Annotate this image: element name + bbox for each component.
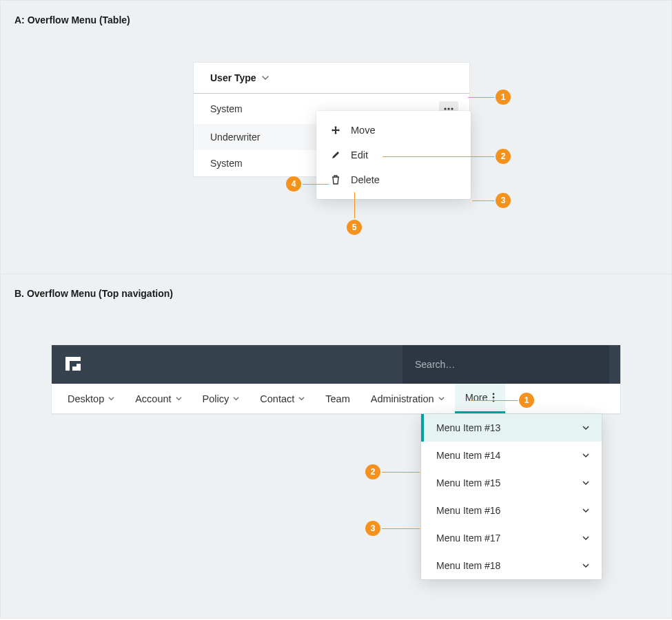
dropdown-item[interactable]: Menu Item #13 <box>421 414 602 442</box>
section-a-label: A: Overflow Menu (Table) <box>14 14 130 25</box>
menu-item-label: Move <box>351 125 375 136</box>
annotation-marker-5: 5 <box>347 220 362 235</box>
chevron-down-icon <box>582 424 589 431</box>
chevron-down-icon <box>298 395 305 402</box>
nav-item-contact[interactable]: Contact <box>250 384 315 413</box>
search-input[interactable]: Search… <box>403 345 609 384</box>
menu-item-delete[interactable]: Delete <box>316 167 471 192</box>
cell-user-type: Underwriter <box>210 132 260 143</box>
dropdown-item-label: Menu Item #15 <box>436 477 500 488</box>
nav-label: Policy <box>203 393 230 404</box>
chevron-down-icon <box>176 395 182 402</box>
dropdown-item[interactable]: Menu Item #18 <box>421 552 602 579</box>
app-logo <box>63 354 83 375</box>
search-placeholder: Search… <box>415 359 455 370</box>
chevron-down-icon <box>582 562 589 569</box>
nav-label: Administration <box>371 393 434 404</box>
annotation-line <box>382 528 420 529</box>
chevron-down-icon <box>582 479 589 486</box>
section-overflow-table: A: Overflow Menu (Table) User Type Syste… <box>0 0 672 274</box>
nav-label: Team <box>325 393 349 404</box>
menu-item-edit[interactable]: Edit <box>316 143 471 167</box>
edit-icon <box>330 149 341 161</box>
section-b-label: B. Overflow Menu (Top navigation) <box>14 288 173 299</box>
chevron-down-icon <box>233 395 239 402</box>
svg-point-2 <box>451 107 453 110</box>
menu-item-move[interactable]: Move <box>316 118 471 143</box>
dropdown-item-label: Menu Item #13 <box>436 422 500 433</box>
annotation-marker-2: 2 <box>496 149 511 164</box>
nav-item-team[interactable]: Team <box>315 384 360 413</box>
top-navigation: Desktop Account Policy Contact Team Admi… <box>52 384 620 414</box>
svg-point-3 <box>492 393 494 395</box>
nav-label: Contact <box>260 393 294 404</box>
move-icon <box>330 125 341 136</box>
chevron-down-icon <box>108 395 114 402</box>
section-overflow-topnav: B. Overflow Menu (Top navigation) Search… <box>0 274 672 619</box>
chevron-down-icon <box>582 507 589 514</box>
more-dropdown: Menu Item #13 Menu Item #14 Menu Item #1… <box>421 414 602 579</box>
app-header: Search… <box>52 345 620 384</box>
dropdown-item[interactable]: Menu Item #14 <box>421 442 602 469</box>
overflow-menu-popover: Move Edit Delete <box>316 111 471 199</box>
app-frame: Search… Desktop Account Policy Contact T… <box>52 345 620 414</box>
chevron-down-icon <box>582 452 589 459</box>
table-header-user-type[interactable]: User Type <box>194 63 469 94</box>
cell-user-type: System <box>210 158 243 169</box>
dropdown-item[interactable]: Menu Item #16 <box>421 497 602 524</box>
annotation-line <box>468 97 494 98</box>
nav-item-account[interactable]: Account <box>125 384 192 413</box>
nav-item-administration[interactable]: Administration <box>360 384 455 413</box>
annotation-marker-b3: 3 <box>365 521 380 536</box>
annotation-marker-b1: 1 <box>519 393 534 408</box>
dropdown-item-label: Menu Item #16 <box>436 505 500 516</box>
dropdown-item-label: Menu Item #14 <box>436 450 500 461</box>
menu-item-label: Edit <box>351 149 368 161</box>
annotation-line <box>471 400 518 401</box>
dropdown-item[interactable]: Menu Item #17 <box>421 524 602 552</box>
nav-label: Account <box>135 393 171 404</box>
svg-point-4 <box>492 397 494 399</box>
annotation-line <box>383 156 494 157</box>
chevron-down-icon <box>262 74 269 81</box>
menu-item-label: Delete <box>351 174 380 185</box>
annotation-marker-b2: 2 <box>365 464 380 479</box>
annotation-marker-3: 3 <box>496 193 511 208</box>
dropdown-item[interactable]: Menu Item #15 <box>421 469 602 497</box>
dropdown-item-label: Menu Item #17 <box>436 533 500 544</box>
annotation-line <box>472 200 494 201</box>
ellipsis-icon <box>444 107 454 110</box>
annotation-line <box>354 192 355 218</box>
svg-point-0 <box>444 107 446 110</box>
nav-label: Desktop <box>68 393 104 404</box>
nav-item-policy[interactable]: Policy <box>192 384 250 413</box>
delete-icon <box>330 174 341 185</box>
table-header-label: User Type <box>210 72 256 83</box>
nav-item-desktop[interactable]: Desktop <box>57 384 125 413</box>
annotation-line <box>382 472 420 473</box>
annotation-marker-4: 4 <box>286 176 301 192</box>
nav-item-more[interactable]: More <box>455 384 505 413</box>
svg-point-1 <box>447 107 449 110</box>
cell-user-type: System <box>210 103 243 114</box>
nav-label: More <box>465 392 488 403</box>
chevron-down-icon <box>438 395 445 402</box>
chevron-down-icon <box>582 535 589 541</box>
annotation-line <box>303 184 329 185</box>
annotation-marker-1: 1 <box>496 90 511 105</box>
dropdown-item-label: Menu Item #18 <box>436 560 500 571</box>
